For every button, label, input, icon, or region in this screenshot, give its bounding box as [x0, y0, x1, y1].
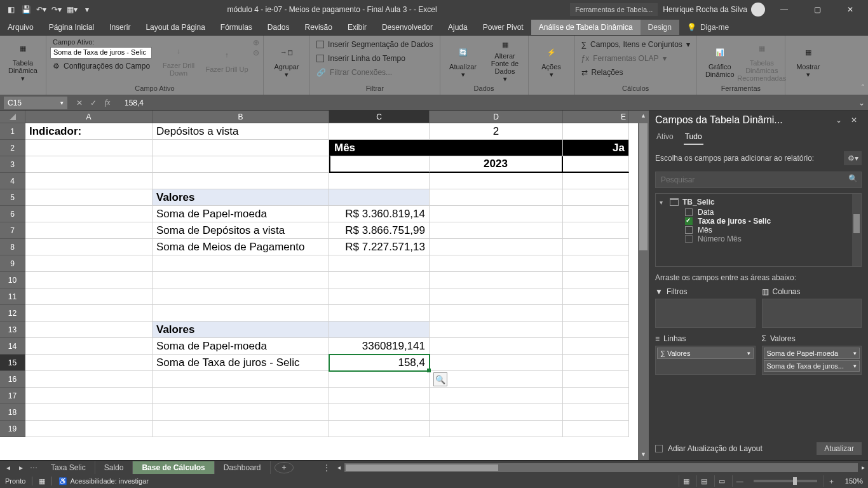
active-field-input[interactable]: Soma de Taxa de juros - Selic [50, 47, 152, 58]
cell[interactable]: Indicador: [25, 123, 153, 140]
quick-analysis-button[interactable]: 🔍 [433, 372, 447, 386]
drop-linhas[interactable]: ∑ Valores▾ [655, 346, 756, 375]
scroll-thumb[interactable] [346, 464, 498, 471]
fill-handle[interactable] [427, 369, 431, 372]
redo-icon[interactable]: ↷▾ [50, 3, 64, 17]
accessibility-status[interactable]: Acessibilidade: investigar [70, 477, 149, 485]
qat-dropdown-icon[interactable]: ▾ [80, 3, 94, 17]
horizontal-scrollbar[interactable]: ⋮ ◂ ▸ [319, 463, 869, 472]
active-cell[interactable]: 158,4 [329, 355, 430, 371]
row-header[interactable]: 19 [0, 421, 25, 437]
tab-desenvolvedor[interactable]: Desenvolvedor [374, 20, 440, 35]
checkbox[interactable] [685, 208, 693, 216]
pivot-table-node[interactable]: ▾ TB_Selic [656, 196, 861, 208]
drop-filtros[interactable] [655, 299, 756, 328]
cell[interactable] [563, 123, 629, 140]
pivot-field-mes[interactable]: Mês [656, 226, 861, 234]
drill-up-button[interactable]: ↑ Fazer Drill Up [205, 38, 249, 80]
row-header[interactable]: 11 [0, 288, 25, 305]
fieldlist-scrollbar[interactable] [852, 194, 861, 266]
tab-ajuda[interactable]: Ajuda [440, 20, 475, 35]
split-handle-icon[interactable]: ⋮ [319, 463, 334, 472]
user-account[interactable]: Henrique Rocha da Silva [663, 3, 765, 17]
qat-more-icon[interactable]: ▦▾ [65, 3, 79, 17]
zoom-slider[interactable] [754, 480, 817, 482]
tab-inserir[interactable]: Inserir [102, 20, 138, 35]
pivot-tab-ativo[interactable]: Ativo [655, 130, 675, 145]
field-settings-button[interactable]: ⚙Configurações do Campo [50, 60, 153, 72]
col-header-B[interactable]: B [153, 111, 329, 123]
cell[interactable]: Soma de Depósitos a vista [153, 222, 329, 239]
tab-arquivo[interactable]: Arquivo [0, 20, 41, 35]
close-button[interactable]: ✕ [836, 0, 864, 19]
row-header[interactable]: 1 [0, 123, 25, 140]
cell[interactable]: Soma de Meios de Pagamento [153, 239, 329, 255]
actions-button[interactable]: ⚡Ações▾ [532, 38, 571, 83]
sheet-tab-taxa-selic[interactable]: Taxa Selic [42, 461, 95, 474]
cell[interactable]: R$ 7.227.571,13 [329, 239, 430, 255]
pivot-field-data[interactable]: Data [656, 208, 861, 217]
checkbox[interactable] [685, 235, 693, 243]
col-header-E[interactable]: E [563, 111, 629, 123]
row-header[interactable]: 3 [0, 156, 25, 173]
pivot-field-numero-mes[interactable]: Número Mês [656, 234, 861, 243]
autosave-icon[interactable]: ◧ [4, 3, 18, 17]
chip-sigma-valores[interactable]: ∑ Valores▾ [657, 348, 754, 359]
cell[interactable]: 3360819,141 [329, 338, 430, 355]
tab-analise-tabela-dinamica[interactable]: Análise de Tabela Dinâmica [531, 20, 641, 35]
cell[interactable]: Soma de Taxa de juros - Selic [153, 355, 329, 371]
collapse-ribbon-icon[interactable]: ˆ [862, 84, 864, 93]
col-header-D[interactable]: D [430, 111, 563, 123]
tab-dados[interactable]: Dados [260, 20, 297, 35]
sheet-nav-prev-icon[interactable]: ▸ [15, 463, 27, 472]
scroll-right-icon[interactable]: ▸ [858, 464, 868, 471]
collapse-field-icon[interactable]: ⊖ [253, 48, 259, 57]
sheet-tab-dashboard[interactable]: Dashboard [215, 461, 271, 474]
pivot-tab-tudo[interactable]: Tudo [684, 130, 703, 145]
vertical-scrollbar[interactable]: ▲ ▼ [638, 111, 649, 460]
view-page-layout-icon[interactable]: ▤ [696, 475, 712, 487]
row-header[interactable]: 8 [0, 239, 25, 255]
row-header[interactable]: 6 [0, 206, 25, 222]
zoom-level[interactable]: 150% [845, 477, 863, 485]
tab-revisao[interactable]: Revisão [297, 20, 340, 35]
row-header[interactable]: 10 [0, 272, 25, 288]
cell[interactable]: R$ 3.866.751,99 [329, 222, 430, 239]
change-data-source-button[interactable]: ▦Alterar Fonte de Dados▾ [486, 38, 524, 83]
cell[interactable]: Depósitos a vista [153, 123, 329, 140]
row-header[interactable]: 14 [0, 338, 25, 355]
insert-timeline-button[interactable]: Inserir Linha do Tempo [314, 52, 435, 65]
row-header[interactable]: 9 [0, 255, 25, 272]
accept-formula-icon[interactable]: ✓ [88, 98, 99, 107]
cell[interactable]: Soma de Papel-moeda [153, 338, 329, 355]
expand-field-icon[interactable]: ⊕ [253, 38, 259, 47]
pivot-pane-menu-icon[interactable]: ⌄ [831, 116, 846, 125]
save-icon[interactable]: 💾 [19, 3, 33, 17]
defer-layout-checkbox[interactable] [655, 445, 663, 452]
zoom-out-button[interactable]: — [732, 475, 747, 487]
pivottable-button[interactable]: ▦ Tabela Dinâmica▾ [4, 38, 42, 83]
row-header[interactable]: 4 [0, 173, 25, 189]
tab-formulas[interactable]: Fórmulas [213, 20, 260, 35]
tab-design[interactable]: Design [641, 20, 679, 35]
scroll-up-icon[interactable]: ▲ [638, 111, 649, 121]
cell[interactable]: R$ 3.360.819,14 [329, 206, 430, 222]
scroll-thumb[interactable] [639, 123, 648, 250]
row-header[interactable]: 7 [0, 222, 25, 239]
cell[interactable]: 2 [430, 123, 563, 140]
col-header-C[interactable]: C [329, 111, 430, 123]
cell[interactable]: Valores [153, 322, 329, 338]
expand-formula-bar-icon[interactable]: ⌄ [855, 98, 868, 107]
chevron-down-icon[interactable]: ▾ [853, 350, 857, 356]
recommended-pivots-button[interactable]: ▦Tabelas Dinâmicas Recomendadas [743, 38, 781, 83]
view-normal-icon[interactable]: ▦ [679, 475, 694, 487]
row-header[interactable]: 16 [0, 371, 25, 388]
chevron-down-icon[interactable]: ▾ [853, 363, 857, 369]
show-button[interactable]: ▦Mostrar▾ [789, 38, 827, 83]
tab-power-pivot[interactable]: Power Pivot [475, 20, 531, 35]
row-header[interactable]: 17 [0, 388, 25, 404]
group-button[interactable]: →◻ Agrupar▾ [268, 38, 306, 83]
row-header[interactable]: 5 [0, 189, 25, 206]
drop-colunas[interactable] [762, 299, 862, 328]
tab-pagina-inicial[interactable]: Página Inicial [41, 20, 102, 35]
